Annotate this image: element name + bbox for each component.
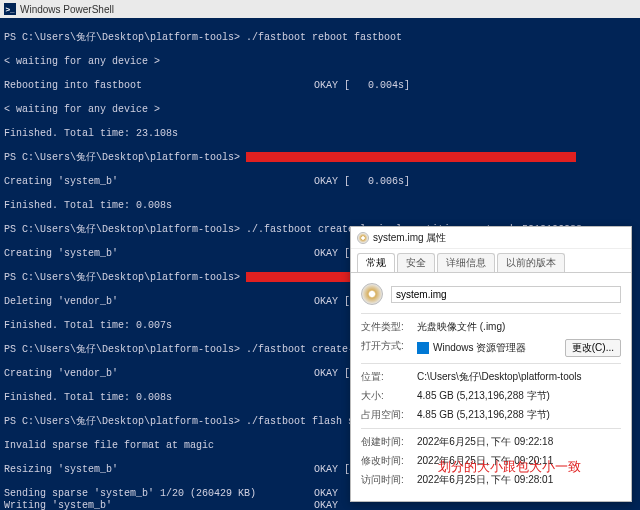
line: Deleting 'vendor_b' (4, 296, 118, 307)
label-location: 位置: (361, 370, 411, 384)
redaction-bar (246, 152, 576, 162)
status-ok: OKAY [ 0.004s] (314, 80, 410, 92)
annotation-text: 划分的大小跟包大小一致 (438, 458, 581, 476)
filename-input[interactable] (391, 286, 621, 303)
value-location: C:\Users\兔仔\Desktop\platform-tools (417, 370, 621, 384)
line: Finished. Total time: 0.008s (4, 200, 636, 212)
change-button[interactable]: 更改(C)... (565, 339, 621, 357)
window-title: Windows PowerShell (20, 4, 114, 15)
value-type: 光盘映像文件 (.img) (417, 320, 621, 334)
value-created: 2022年6月25日, 下午 09:22:18 (417, 435, 621, 449)
line-text: Writing 'system_b' (4, 500, 112, 510)
window-titlebar: >_ Windows PowerShell (0, 0, 640, 18)
dialog-title: system.img 属性 (373, 231, 446, 245)
status-ok: OKAY (314, 488, 338, 500)
disc-icon (357, 232, 369, 244)
prompt: PS C:\Users\兔仔\Desktop\platform-tools> (4, 224, 240, 235)
label-type: 文件类型: (361, 320, 411, 334)
label-modified: 修改时间: (361, 454, 411, 468)
status-ok: OKAY (314, 500, 338, 510)
line: Creating 'system_b' (4, 176, 118, 187)
disc-icon (361, 283, 383, 305)
status-ok: OKAY [ 0.006s] (314, 176, 410, 188)
cmd: ./fastboot reboot fastboot (246, 32, 402, 43)
label-sizeondisk: 占用空间: (361, 408, 411, 422)
line: < waiting for any device > (4, 104, 636, 116)
value-openwith: Windows 资源管理器 (417, 339, 559, 357)
line: Finished. Total time: 23.108s (4, 128, 636, 140)
label-openwith: 打开方式: (361, 339, 411, 357)
label-accessed: 访问时间: (361, 473, 411, 487)
prompt: PS C:\Users\兔仔\Desktop\platform-tools> (4, 344, 240, 355)
tab-security[interactable]: 安全 (397, 253, 435, 272)
line: < waiting for any device > (4, 56, 636, 68)
tabs: 常规 安全 详细信息 以前的版本 (351, 249, 631, 273)
value-sizeondisk: 4.85 GB (5,213,196,288 字节) (417, 408, 621, 422)
prompt: PS C:\Users\兔仔\Desktop\platform-tools> (4, 152, 240, 163)
line: Creating 'system_b' (4, 248, 118, 259)
label-created: 创建时间: (361, 435, 411, 449)
openwith-text: Windows 资源管理器 (433, 341, 526, 355)
tab-general[interactable]: 常规 (357, 253, 395, 272)
dialog-titlebar[interactable]: system.img 属性 (351, 227, 631, 249)
line: Resizing 'system_b' (4, 464, 118, 475)
line: Creating 'vendor_b' (4, 368, 118, 379)
powershell-icon: >_ (4, 3, 16, 15)
prompt: PS C:\Users\兔仔\Desktop\platform-tools> (4, 32, 240, 43)
tab-details[interactable]: 详细信息 (437, 253, 495, 272)
line-text: Sending sparse 'system_b' 1/20 (260429 K… (4, 488, 256, 499)
windows-icon (417, 342, 429, 354)
tab-previous[interactable]: 以前的版本 (497, 253, 565, 272)
prompt: PS C:\Users\兔仔\Desktop\platform-tools> (4, 272, 240, 283)
value-size: 4.85 GB (5,213,196,288 字节) (417, 389, 621, 403)
label-size: 大小: (361, 389, 411, 403)
prompt: PS C:\Users\兔仔\Desktop\platform-tools> (4, 416, 240, 427)
status-ok: OKAY [ (314, 464, 350, 476)
line: Rebooting into fastboot (4, 80, 142, 91)
